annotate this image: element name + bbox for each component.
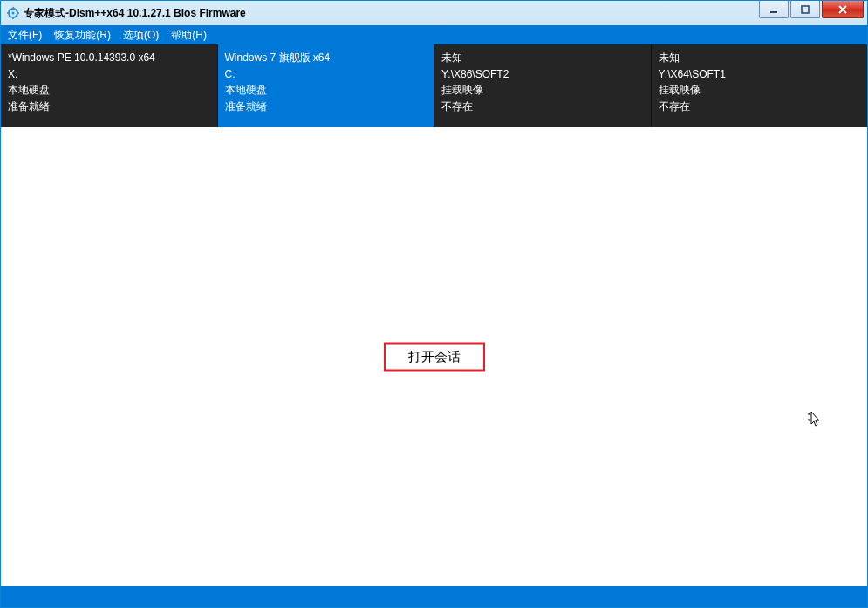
open-session-button[interactable]: 打开会话 xyxy=(384,343,485,372)
maximize-icon xyxy=(800,4,810,15)
close-button[interactable] xyxy=(822,1,864,18)
os-name: Windows 7 旗舰版 x64 xyxy=(225,50,427,66)
os-status: 准备就绪 xyxy=(225,99,427,115)
os-panel-2[interactable]: 未知 Y:\X86\SOFT2 挂载映像 不存在 xyxy=(434,44,652,127)
os-status: 不存在 xyxy=(441,99,644,115)
os-panels: *Windows PE 10.0.14393.0 x64 X: 本地硬盘 准备就… xyxy=(1,44,867,127)
os-disk: 挂载映像 xyxy=(441,82,644,99)
os-status: 不存在 xyxy=(659,99,861,115)
app-window: 专家模式-Dism++x64 10.1.27.1 Bios Firmware 文… xyxy=(0,0,868,608)
os-drive: Y:\X86\SOFT2 xyxy=(441,66,644,83)
os-name: *Windows PE 10.0.14393.0 x64 xyxy=(8,50,210,66)
statusbar xyxy=(1,586,867,607)
svg-point-1 xyxy=(12,12,15,15)
menu-recovery[interactable]: 恢复功能(R) xyxy=(54,28,111,43)
svg-rect-3 xyxy=(802,6,809,13)
menu-options[interactable]: 选项(O) xyxy=(123,28,159,43)
os-name: 未知 xyxy=(441,50,644,66)
menu-help[interactable]: 帮助(H) xyxy=(171,28,207,43)
minimize-icon xyxy=(769,4,779,15)
os-panel-0[interactable]: *Windows PE 10.0.14393.0 x64 X: 本地硬盘 准备就… xyxy=(1,44,218,127)
close-icon xyxy=(837,4,849,15)
os-status: 准备就绪 xyxy=(8,99,210,115)
maximize-button[interactable] xyxy=(790,1,820,18)
minimize-button[interactable] xyxy=(759,1,789,18)
os-drive: X: xyxy=(8,66,210,83)
os-disk: 本地硬盘 xyxy=(8,82,210,99)
titlebar[interactable]: 专家模式-Dism++x64 10.1.27.1 Bios Firmware xyxy=(1,1,867,25)
menubar: 文件(F) 恢复功能(R) 选项(O) 帮助(H) xyxy=(1,25,867,44)
content-area: 打开会话 xyxy=(1,127,867,586)
os-disk: 挂载映像 xyxy=(659,82,861,99)
os-name: 未知 xyxy=(659,50,861,66)
os-panel-3[interactable]: 未知 Y:\X64\SOFT1 挂载映像 不存在 xyxy=(652,44,868,127)
app-icon xyxy=(6,6,20,20)
menu-file[interactable]: 文件(F) xyxy=(8,28,42,43)
window-title: 专家模式-Dism++x64 10.1.27.1 Bios Firmware xyxy=(24,6,757,21)
window-controls xyxy=(757,1,867,25)
os-drive: C: xyxy=(225,66,427,83)
os-panel-1[interactable]: Windows 7 旗舰版 x64 C: 本地硬盘 准备就绪 xyxy=(218,44,435,127)
os-disk: 本地硬盘 xyxy=(225,82,427,99)
os-drive: Y:\X64\SOFT1 xyxy=(659,66,861,83)
svg-rect-2 xyxy=(770,11,777,13)
